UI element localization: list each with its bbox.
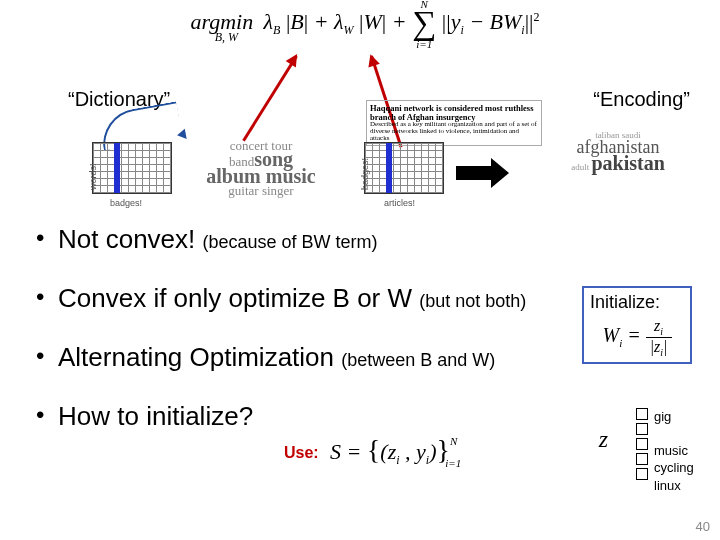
bullet-how-initialize: How to initialize? [36, 401, 696, 432]
initialize-title: Initialize: [590, 292, 684, 313]
use-formula: S = {(zi , yi)}Ni=1 [330, 434, 473, 468]
z-variable: z [599, 426, 608, 453]
z-vector-boxes [636, 408, 648, 483]
arrow-to-B [242, 55, 298, 141]
page-number: 40 [696, 519, 710, 534]
bullet-not-convex: Not convex! (because of BW term) [36, 224, 696, 255]
objective-formula: argmin B, W λB |B| + λW |W| + N ∑ i=1 ||… [165, 8, 565, 40]
initialize-formula: Wi = zi |zi| [590, 317, 684, 358]
axis-W-horizontal: articles! [384, 198, 415, 208]
matrix-B-grid [92, 142, 172, 194]
axis-B-vertical: words! [88, 163, 98, 190]
matrix-W-grid [364, 142, 444, 194]
initialize-box: Initialize: Wi = zi |zi| [582, 286, 692, 364]
wordcloud-afghanistan: taliban saudi afghanistan adult pakistan [538, 132, 698, 172]
news-snippet: Haqqani network is considered most ruthl… [366, 100, 542, 146]
axis-W-vertical: badges! [360, 158, 370, 190]
z-vector-labels: gig music cycling linux [654, 408, 706, 494]
wordcloud-music: concert tour bandsong album music guitar… [196, 140, 326, 196]
use-label: Use: [284, 444, 319, 462]
axis-B-horizontal: badges! [110, 198, 142, 208]
encoding-label: “Encoding” [593, 88, 690, 111]
